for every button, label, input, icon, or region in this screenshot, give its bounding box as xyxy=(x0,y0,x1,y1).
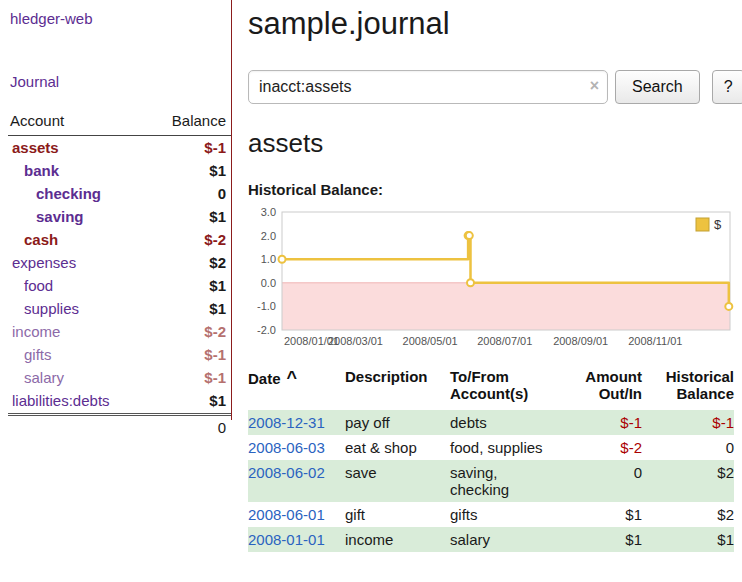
register-header: Date^DescriptionTo/FromAccount(s)AmountO… xyxy=(248,366,734,410)
clear-search-icon[interactable]: × xyxy=(590,77,599,95)
transaction-description: pay off xyxy=(345,410,450,435)
register-header-amt: AmountOut/In xyxy=(578,366,642,410)
account-row: expenses$2 xyxy=(8,251,231,274)
sidebar: hledger-web Journal Account Balance asse… xyxy=(0,0,232,420)
hledger-web-app: hledger-web Journal Account Balance asse… xyxy=(0,0,742,552)
account-link-expenses[interactable]: expenses xyxy=(8,254,76,271)
transaction-balance: $2 xyxy=(642,502,734,527)
register-row: 2008-06-03eat & shopfood, supplies$-20 xyxy=(248,435,734,460)
account-link-saving[interactable]: saving xyxy=(8,208,84,225)
y-tick-label: -1.0 xyxy=(257,300,276,312)
x-tick-label: 2008/11/01 xyxy=(628,335,682,347)
y-tick-label: 1.0 xyxy=(261,253,276,265)
help-button[interactable]: ? xyxy=(712,70,742,104)
transaction-amount: $-1 xyxy=(578,410,642,435)
search-button[interactable]: Search xyxy=(615,70,700,104)
accounts-panel: Account Balance assets$-1bank$1checking0… xyxy=(8,112,231,439)
register-body: 2008-12-31pay offdebts$-1$-12008-06-03ea… xyxy=(248,410,734,552)
brand-link[interactable]: hledger-web xyxy=(10,10,231,27)
account-link-salary[interactable]: salary xyxy=(8,369,64,386)
account-row: liabilities:debts$1 xyxy=(8,389,231,412)
account-row: income$-2 xyxy=(8,320,231,343)
account-heading: assets xyxy=(248,128,742,159)
transaction-accounts: food, supplies xyxy=(450,435,578,460)
data-point-marker xyxy=(279,256,286,263)
transaction-accounts: saving,checking xyxy=(450,460,578,502)
account-row: supplies$1 xyxy=(8,297,231,320)
transaction-date-link[interactable]: 2008-01-01 xyxy=(248,531,325,548)
account-row: bank$1 xyxy=(8,159,231,182)
account-row: saving$1 xyxy=(8,205,231,228)
account-balance: $1 xyxy=(209,208,226,225)
historical-balance-chart: 3.02.01.00.0-1.0-2.02008/01/012008/03/01… xyxy=(248,206,734,352)
account-row: checking0 xyxy=(8,182,231,205)
accounts-total-value: 0 xyxy=(218,419,226,436)
register-row: 2008-06-02savesaving,checking0$2 xyxy=(248,460,734,502)
account-link-checking[interactable]: checking xyxy=(8,185,101,202)
y-tick-label: 3.0 xyxy=(261,206,276,218)
y-tick-label: 0.0 xyxy=(261,277,276,289)
account-balance: $-2 xyxy=(204,323,226,340)
search-form: × Search ? xyxy=(248,70,742,104)
account-link-income[interactable]: income xyxy=(8,323,60,340)
register-header-bal: HistoricalBalance xyxy=(642,366,734,410)
legend-label: $ xyxy=(714,217,722,232)
account-list: assets$-1bank$1checking0saving$1cash$-2e… xyxy=(8,136,231,412)
accounts-header-row: Account Balance xyxy=(8,112,231,136)
account-balance: $1 xyxy=(209,162,226,179)
account-row: gifts$-1 xyxy=(8,343,231,366)
accounts-col-balance: Balance xyxy=(172,112,226,129)
account-link-supplies[interactable]: supplies xyxy=(8,300,79,317)
accounts-total-row: 0 xyxy=(8,413,231,439)
transaction-balance: 0 xyxy=(642,435,734,460)
x-tick-label: 2008/09/01 xyxy=(553,335,608,347)
account-link-gifts[interactable]: gifts xyxy=(8,346,52,363)
account-balance: $-1 xyxy=(204,139,226,156)
x-tick-label: 2008/07/01 xyxy=(477,335,532,347)
register-row: 2008-06-01giftgifts$1$2 xyxy=(248,502,734,527)
account-balance: 0 xyxy=(218,185,226,202)
legend-swatch xyxy=(696,218,709,231)
y-tick-label: 2.0 xyxy=(261,230,276,242)
register-row: 2008-12-31pay offdebts$-1$-1 xyxy=(248,410,734,435)
account-balance: $1 xyxy=(209,392,226,409)
transaction-accounts: gifts xyxy=(450,502,578,527)
transaction-description: eat & shop xyxy=(345,435,450,460)
account-balance: $-1 xyxy=(204,369,226,386)
transaction-amount: $1 xyxy=(578,527,642,552)
account-link-food[interactable]: food xyxy=(8,277,53,294)
transaction-accounts: salary xyxy=(450,527,578,552)
search-box: × xyxy=(248,70,608,104)
account-row: assets$-1 xyxy=(8,136,231,159)
nav-journal-link[interactable]: Journal xyxy=(10,73,231,90)
transaction-description: gift xyxy=(345,502,450,527)
chart-title: Historical Balance: xyxy=(248,181,742,198)
account-link-bank[interactable]: bank xyxy=(8,162,59,179)
account-balance: $2 xyxy=(209,254,226,271)
account-link-liabilities-debts[interactable]: liabilities:debts xyxy=(8,392,110,409)
account-link-cash[interactable]: cash xyxy=(8,231,58,248)
account-balance: $1 xyxy=(209,300,226,317)
sort-ascending-icon[interactable]: ^ xyxy=(287,368,298,388)
transaction-amount: 0 xyxy=(578,460,642,502)
transaction-date-link[interactable]: 2008-06-03 xyxy=(248,439,325,456)
account-link-assets[interactable]: assets xyxy=(8,139,59,156)
data-point-marker xyxy=(725,303,732,310)
register-header-acct: To/FromAccount(s) xyxy=(450,366,578,410)
transaction-description: income xyxy=(345,527,450,552)
search-input[interactable] xyxy=(248,70,608,104)
account-row: salary$-1 xyxy=(8,366,231,389)
transaction-date-link[interactable]: 2008-12-31 xyxy=(248,414,325,431)
data-point-marker xyxy=(466,232,473,239)
y-tick-label: -2.0 xyxy=(257,324,276,336)
negative-region xyxy=(282,283,730,330)
x-tick-label: 2008/03/01 xyxy=(328,335,383,347)
transaction-amount: $1 xyxy=(578,502,642,527)
register-header-date[interactable]: Date^ xyxy=(248,366,345,410)
transaction-balance: $-1 xyxy=(642,410,734,435)
page-title: sample.journal xyxy=(248,6,742,42)
transaction-date-link[interactable]: 2008-06-01 xyxy=(248,506,325,523)
account-row: food$1 xyxy=(8,274,231,297)
register-row: 2008-01-01incomesalary$1$1 xyxy=(248,527,734,552)
transaction-date-link[interactable]: 2008-06-02 xyxy=(248,464,325,481)
